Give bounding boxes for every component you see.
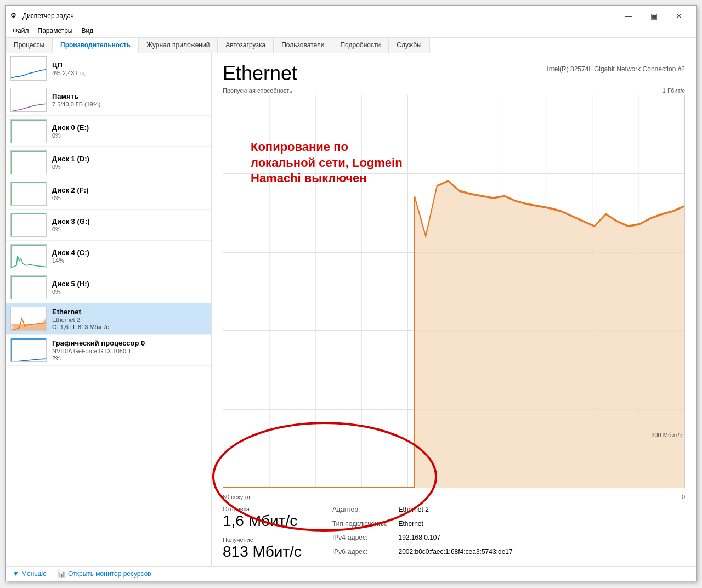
sidebar-item-disk5[interactable]: Диск 5 (H:) 0% <box>6 272 211 303</box>
stats-right: Адаптер: Ethernet 2 Тип подключения: Eth… <box>321 506 685 561</box>
disk0-thumb <box>10 119 47 143</box>
tab-performance[interactable]: Производительность <box>53 38 139 53</box>
recv-label: Получение <box>223 536 321 543</box>
gpu-label: Графический процессор 0 <box>52 339 207 347</box>
tab-users[interactable]: Пользователи <box>274 38 332 53</box>
svg-rect-8 <box>11 213 47 237</box>
chart-label-bottom: 60 секунд 0 <box>223 494 685 500</box>
svg-rect-1 <box>11 88 47 112</box>
monitor-icon: 📊 <box>58 570 66 578</box>
tab-details[interactable]: Подробности <box>332 38 389 53</box>
sidebar: ЦП 4% 2,43 Ггц Память 7,5/40,0 ГБ (19%) <box>6 53 212 566</box>
adapter-info: Intel(R) 82574L Gigabit Network Connecti… <box>547 65 685 73</box>
tab-startup[interactable]: Автозагрузка <box>218 38 274 53</box>
performance-main: Ethernet Intel(R) 82574L Gigabit Network… <box>212 53 696 566</box>
sidebar-item-disk1[interactable]: Диск 1 (D:) 0% <box>6 147 211 178</box>
disk4-value: 14% <box>52 257 207 264</box>
cpu-label: ЦП <box>52 61 207 69</box>
svg-rect-0 <box>11 57 47 81</box>
send-label: Отправка <box>223 506 321 512</box>
disk2-thumb <box>10 182 47 206</box>
gpu-val: 2% <box>52 355 207 361</box>
sidebar-item-disk3[interactable]: Диск 3 (G:) 0% <box>6 210 211 241</box>
cpu-info: ЦП 4% 2,43 Ггц <box>52 61 207 76</box>
conn-type-value: Ethernet <box>398 520 685 533</box>
disk3-label: Диск 3 (G:) <box>52 217 207 225</box>
disk3-thumb <box>10 213 47 237</box>
cpu-thumb <box>10 56 47 81</box>
ethernet-label: Ethernet <box>52 308 207 316</box>
less-button[interactable]: ▼ Меньше <box>13 570 47 578</box>
gpu-info: Графический процессор 0 NVIDIA GeForce G… <box>52 339 207 361</box>
sidebar-item-ethernet[interactable]: Ethernet Ethernet 2 О: 1,6 П: 813 Мбит/с <box>6 303 211 335</box>
sidebar-item-disk4[interactable]: Диск 4 (C:) 14% <box>6 241 211 272</box>
maximize-button[interactable]: ▣ <box>641 9 666 22</box>
tab-app-history[interactable]: Журнал приложений <box>139 38 218 53</box>
disk5-label: Диск 5 (H:) <box>52 280 207 288</box>
main-content: ЦП 4% 2,43 Ггц Память 7,5/40,0 ГБ (19%) <box>6 53 696 566</box>
disk5-info: Диск 5 (H:) 0% <box>52 280 207 295</box>
ethernet-title: Ethernet <box>223 62 297 85</box>
tab-services[interactable]: Службы <box>389 38 429 53</box>
disk1-value: 0% <box>52 163 207 170</box>
tabs-bar: Процессы Производительность Журнал прило… <box>6 38 696 53</box>
disk0-info: Диск 0 (E:) 0% <box>52 123 207 139</box>
resource-monitor-button[interactable]: 📊 Открыть монитор ресурсов <box>58 570 151 578</box>
gpu-thumb <box>10 338 47 362</box>
minimize-button[interactable]: — <box>616 9 641 22</box>
chart-area: Копирование полокальной сети, LogmeinHam… <box>223 95 685 488</box>
svg-rect-2 <box>11 120 47 143</box>
bandwidth-label: Пропускная способность <box>223 87 292 94</box>
menu-params[interactable]: Параметры <box>33 25 77 37</box>
zero-label: 0 <box>682 494 685 500</box>
title-bar: ⚙ Диспетчер задач — ▣ ✕ <box>6 6 696 25</box>
disk2-value: 0% <box>52 195 207 201</box>
sidebar-item-gpu[interactable]: Графический процессор 0 NVIDIA GeForce G… <box>6 335 211 366</box>
disk4-info: Диск 4 (C:) 14% <box>52 248 207 264</box>
less-label: Меньше <box>21 570 47 578</box>
disk4-label: Диск 4 (C:) <box>52 248 207 257</box>
memory-label: Память <box>52 92 207 100</box>
disk1-label: Диск 1 (D:) <box>52 155 207 163</box>
disk5-value: 0% <box>52 289 207 295</box>
time-label: 60 секунд <box>223 494 250 500</box>
ipv6-value: 2002:b0c0:faec:1:68f4:cea3:5743:de17 <box>398 548 685 561</box>
svg-rect-4 <box>11 151 47 174</box>
sidebar-item-memory[interactable]: Память 7,5/40,0 ГБ (19%) <box>6 84 211 116</box>
disk1-info: Диск 1 (D:) 0% <box>52 155 207 170</box>
disk0-value: 0% <box>52 132 207 139</box>
ipv6-key: IPv6-адрес: <box>332 548 387 561</box>
stats-left: Отправка 1,6 Мбит/с Получение 813 Мбит/с <box>223 506 321 561</box>
send-value: 1,6 Мбит/с <box>223 512 321 530</box>
ipv4-value: 192.168.0.107 <box>398 534 685 547</box>
disk1-thumb <box>10 150 47 174</box>
ethernet-thumb <box>10 307 47 331</box>
main-header: Ethernet Intel(R) 82574L Gigabit Network… <box>223 62 685 85</box>
window-controls: — ▣ ✕ <box>616 9 692 22</box>
stats-grid: Отправка 1,6 Мбит/с Получение 813 Мбит/с… <box>223 506 685 561</box>
memory-info: Память 7,5/40,0 ГБ (19%) <box>52 92 207 108</box>
chart-label-top: Пропускная способность 1 Гбит/с <box>223 87 685 94</box>
recv-value: 813 Мбит/с <box>223 543 321 561</box>
menu-file[interactable]: Файл <box>8 25 33 37</box>
tab-processes[interactable]: Процессы <box>6 38 53 53</box>
menu-view[interactable]: Вид <box>77 25 98 37</box>
memory-thumb <box>10 88 47 112</box>
disk3-value: 0% <box>52 226 207 233</box>
sidebar-item-disk0[interactable]: Диск 0 (E:) 0% <box>6 116 211 147</box>
ethernet-info: Ethernet Ethernet 2 О: 1,6 П: 813 Мбит/с <box>52 308 207 330</box>
ethernet-chart <box>223 95 684 488</box>
adapter-value: Ethernet 2 <box>398 506 685 519</box>
cpu-value: 4% 2,43 Ггц <box>52 70 207 76</box>
disk2-info: Диск 2 (F:) 0% <box>52 186 207 201</box>
gpu-sub: NVIDIA GeForce GTX 1080 Ti <box>52 348 207 354</box>
ethernet-sub: Ethernet 2 <box>52 316 207 323</box>
sidebar-item-cpu[interactable]: ЦП 4% 2,43 Ггц <box>6 53 211 84</box>
disk2-label: Диск 2 (F:) <box>52 186 207 194</box>
close-button[interactable]: ✕ <box>666 9 692 22</box>
svg-rect-12 <box>11 276 47 299</box>
task-manager-window: ⚙ Диспетчер задач — ▣ ✕ Файл Параметры В… <box>5 5 697 581</box>
monitor-label: Открыть монитор ресурсов <box>68 570 151 578</box>
chevron-down-icon: ▼ <box>13 570 19 578</box>
sidebar-item-disk2[interactable]: Диск 2 (F:) 0% <box>6 178 211 210</box>
